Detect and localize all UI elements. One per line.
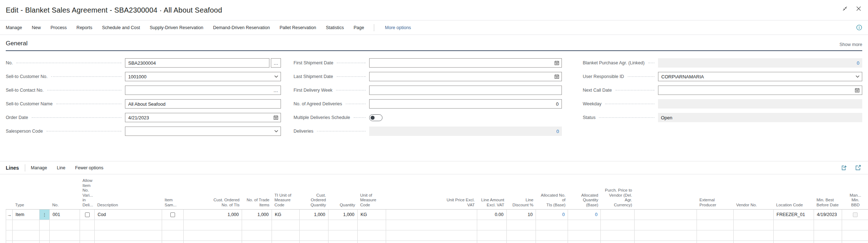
cell-min_best_before_date[interactable]: [814, 220, 842, 230]
cell-no_of_trade_items[interactable]: [242, 220, 272, 230]
cell-vendor_no[interactable]: [734, 220, 774, 230]
column-header-cust_ordered_no_of_tis[interactable]: Cust. Ordered No. of TIs: [184, 174, 242, 209]
checkbox-allow_item_no_variance_in_delivery[interactable]: [85, 212, 90, 217]
cell-no_of_trade_items[interactable]: 1,000: [242, 210, 272, 220]
cell-cust_ordered_quantity[interactable]: 1,000: [300, 210, 328, 220]
column-header-quantity[interactable]: Quantity: [328, 174, 358, 209]
cell-cust_ordered_no_of_tis[interactable]: [184, 220, 242, 230]
cell-location_code[interactable]: [774, 241, 814, 243]
column-header-unit_price_excl_vat[interactable]: Unit Price Excl. VAT: [386, 174, 477, 209]
cell-allocated_no_of_tis_base[interactable]: [536, 241, 568, 243]
cell-vendor_no[interactable]: [734, 230, 774, 240]
lines-menu-item-manage[interactable]: Manage: [31, 165, 47, 170]
cell-quantity[interactable]: 1,000: [328, 210, 358, 220]
cell-cust_ordered_no_of_tis[interactable]: [184, 241, 242, 243]
cell-purch_price_to_vendor[interactable]: [601, 241, 635, 243]
cell-type[interactable]: [13, 220, 40, 230]
salesperson-code-field[interactable]: [125, 127, 281, 136]
cell-unit_price_excl_vat[interactable]: [386, 210, 477, 220]
focus-mode-expand-icon[interactable]: [855, 165, 862, 171]
cell-unit_of_measure_code[interactable]: [358, 241, 386, 243]
assist-edit-button[interactable]: …: [271, 58, 281, 68]
cell-unit_of_measure_code[interactable]: KG: [358, 210, 386, 220]
cell-no[interactable]: [50, 220, 80, 230]
cell-spacer[interactable]: [635, 220, 697, 230]
cell-type[interactable]: [13, 241, 40, 243]
cell-ti_unit_of_measure_code[interactable]: [272, 241, 300, 243]
cell-spacer[interactable]: [635, 241, 697, 243]
cell-location_code[interactable]: [774, 230, 814, 240]
cell-vendor_no[interactable]: [734, 210, 774, 220]
cell-quantity[interactable]: [328, 230, 358, 240]
calendar-icon[interactable]: [855, 88, 860, 93]
cell-dots[interactable]: [40, 241, 50, 243]
order-date-field[interactable]: [125, 113, 281, 122]
column-header-no_of_trade_items[interactable]: No. of Trade Items: [242, 174, 272, 209]
cell-cust_ordered_quantity[interactable]: [300, 220, 328, 230]
cell-location_code[interactable]: [774, 220, 814, 230]
calendar-icon[interactable]: [273, 115, 278, 120]
cell-unit_of_measure_code[interactable]: [358, 220, 386, 230]
more-options-button[interactable]: More options: [385, 25, 411, 30]
cell-min_best_before_date[interactable]: 4/19/2023: [814, 210, 842, 220]
cell-allow_item_no_variance_in_delivery[interactable]: [80, 241, 95, 243]
cell-no[interactable]: [50, 230, 80, 240]
cell-dots[interactable]: [40, 220, 50, 230]
cell-cust_ordered_quantity[interactable]: [300, 241, 328, 243]
cell-allocated_no_of_tis_base[interactable]: 0: [536, 210, 568, 220]
cell-unit_price_excl_vat[interactable]: [386, 220, 477, 230]
column-header-external_producer[interactable]: External Producer: [697, 174, 734, 209]
cell-no_of_trade_items[interactable]: [242, 230, 272, 240]
column-header-ti_unit_of_measure_code[interactable]: TI Unit of Measure Code: [272, 174, 300, 209]
cell-marker[interactable]: [6, 220, 13, 230]
column-header-cust_ordered_quantity[interactable]: Cust. Ordered Quantity: [300, 174, 328, 209]
sell-to-customer-no-field[interactable]: [125, 72, 281, 81]
cell-line_discount_pct[interactable]: 10: [507, 210, 536, 220]
cell-marker[interactable]: [6, 230, 13, 240]
cell-line_amount_excl_vat[interactable]: [477, 220, 507, 230]
cell-min_best_before_date[interactable]: [814, 241, 842, 243]
column-header-allow_item_no_variance_in_delivery[interactable]: Allow Item No. Vari... in Deli...: [80, 174, 95, 209]
cell-marker[interactable]: →: [6, 210, 13, 220]
next-call-date-field[interactable]: [658, 86, 862, 95]
cell-no[interactable]: 001: [50, 210, 80, 220]
cell-allocated_quantity_base[interactable]: [568, 220, 601, 230]
cell-external_producer[interactable]: [697, 241, 734, 243]
cell-allocated_quantity_base[interactable]: 0: [568, 210, 601, 220]
menu-item-process[interactable]: Process: [50, 25, 67, 30]
cell-dots[interactable]: ⋮: [40, 210, 50, 220]
cell-item_sample[interactable]: [162, 241, 184, 243]
cell-quantity[interactable]: [328, 220, 358, 230]
cell-external_producer[interactable]: [697, 210, 734, 220]
cell-allow_item_no_variance_in_delivery[interactable]: [80, 220, 95, 230]
cell-cust_ordered_no_of_tis[interactable]: [184, 230, 242, 240]
lines-menu-item-line[interactable]: Line: [57, 165, 66, 170]
column-header-type[interactable]: Type: [13, 174, 40, 209]
no-of-agreed-deliveries-field[interactable]: [370, 100, 561, 108]
last-shipment-date-field[interactable]: [370, 72, 561, 81]
cell-line_discount_pct[interactable]: [507, 220, 536, 230]
cell-unit_of_measure_code[interactable]: [358, 230, 386, 240]
menu-item-pallet-reservation[interactable]: Pallet Reservation: [279, 25, 316, 30]
cell-line_discount_pct[interactable]: [507, 230, 536, 240]
cell-unit_price_excl_vat[interactable]: [386, 241, 477, 243]
drilldown-allocated_no_of_tis_base[interactable]: 0: [562, 212, 565, 217]
cell-unit_price_excl_vat[interactable]: [386, 230, 477, 240]
sell-to-customer-name-field[interactable]: [125, 100, 281, 108]
collapse-window-icon[interactable]: [842, 6, 848, 12]
menu-item-schedule-and-cost[interactable]: Schedule and Cost: [102, 25, 140, 30]
cell-man_min_bbd[interactable]: [842, 230, 868, 240]
cell-external_producer[interactable]: [697, 230, 734, 240]
cell-type[interactable]: Item: [13, 210, 40, 220]
cell-ti_unit_of_measure_code[interactable]: KG: [272, 210, 300, 220]
cell-allow_item_no_variance_in_delivery[interactable]: [80, 230, 95, 240]
cell-description[interactable]: [95, 230, 162, 240]
info-icon[interactable]: [856, 24, 862, 31]
column-header-description[interactable]: Description: [95, 174, 162, 209]
cell-cust_ordered_no_of_tis[interactable]: 1,000: [184, 210, 242, 220]
column-header-line_discount_pct[interactable]: Line Discount %: [507, 174, 536, 209]
no-field[interactable]: [125, 59, 269, 67]
cell-man_min_bbd[interactable]: [842, 241, 868, 243]
cell-item_sample[interactable]: [162, 210, 184, 220]
menu-item-demand-driven-reservation[interactable]: Demand-Driven Reservation: [213, 25, 270, 30]
